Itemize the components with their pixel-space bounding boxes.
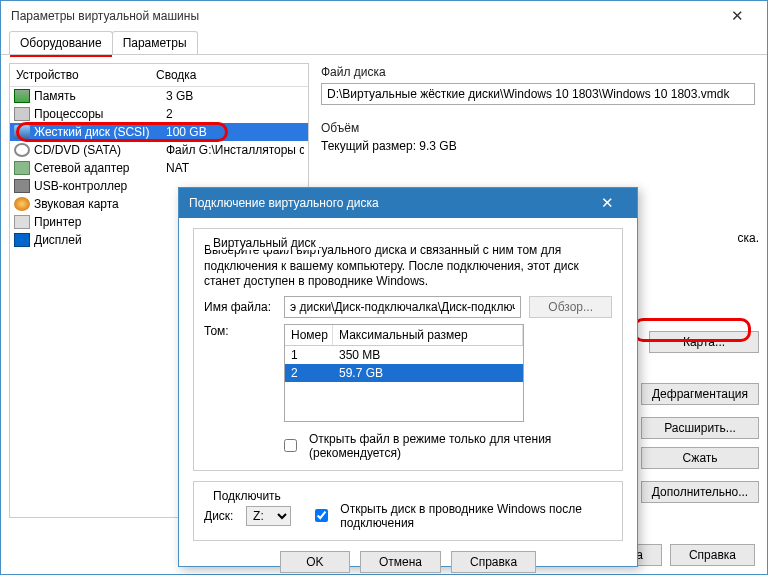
defrag-button[interactable]: Дефрагментация: [641, 383, 759, 405]
tab-options[interactable]: Параметры: [112, 31, 198, 54]
device-icon: [14, 125, 30, 139]
volume-tom-label: Том:: [204, 324, 276, 338]
device-summary: 2: [166, 107, 304, 121]
device-summary: Файл G:\Инсталляторы соф...: [166, 143, 304, 157]
dlg-title: Подключение виртуального диска: [189, 196, 379, 210]
drive-select[interactable]: Z:: [246, 506, 291, 526]
expand-button[interactable]: Расширить...: [641, 417, 759, 439]
main-help-button[interactable]: Справка: [670, 544, 755, 566]
clipped-text-1: ска.: [737, 231, 759, 245]
compact-button[interactable]: Сжать: [641, 447, 759, 469]
device-summary: 100 GB: [166, 125, 304, 139]
volume-row[interactable]: 1350 MB: [285, 346, 523, 364]
vol-number: 2: [285, 365, 333, 381]
device-name: Жесткий диск (SCSI): [34, 125, 166, 139]
device-summary: 3 GB: [166, 89, 304, 103]
col-number: Номер: [285, 325, 333, 345]
file-name-label: Имя файла:: [204, 300, 276, 314]
device-icon: [14, 233, 30, 247]
disk-file-label: Файл диска: [321, 63, 755, 83]
dlg-help-button[interactable]: Справка: [451, 551, 536, 573]
device-name: Сетевой адаптер: [34, 161, 166, 175]
dlg-cancel-button[interactable]: Отмена: [360, 551, 441, 573]
connect-group: Подключить Диск: Z: Открыть диск в прово…: [193, 481, 623, 541]
device-row[interactable]: Жесткий диск (SCSI)100 GB: [10, 123, 308, 141]
device-name: Процессоры: [34, 107, 166, 121]
dlg-ok-button[interactable]: OK: [280, 551, 350, 573]
hardware-header: Устройство Сводка: [10, 64, 308, 87]
col-maxsize: Максимальный размер: [333, 325, 523, 345]
map-disk-dialog: Подключение виртуального диска ✕ Виртуал…: [178, 187, 638, 567]
device-icon: [14, 89, 30, 103]
device-icon: [14, 161, 30, 175]
vd-description: Выберите файл виртуального диска и связа…: [204, 243, 612, 290]
current-size: Текущий размер: 9.3 GB: [321, 139, 755, 153]
vd-group-label: Виртуальный диск: [210, 236, 319, 250]
vol-size: 350 MB: [333, 347, 523, 363]
close-icon[interactable]: ✕: [717, 7, 757, 25]
advanced-button[interactable]: Дополнительно...: [641, 481, 759, 503]
device-name: Память: [34, 89, 166, 103]
file-name-field[interactable]: [284, 296, 521, 318]
device-row[interactable]: Процессоры2: [10, 105, 308, 123]
device-icon: [14, 107, 30, 121]
open-explorer-label: Открыть диск в проводнике Windows после …: [340, 502, 612, 530]
connect-group-label: Подключить: [210, 489, 284, 503]
tabs: Оборудование Параметры: [1, 31, 767, 55]
device-row[interactable]: CD/DVD (SATA)Файл G:\Инсталляторы соф...: [10, 141, 308, 159]
device-icon: [14, 215, 30, 229]
device-name: CD/DVD (SATA): [34, 143, 166, 157]
volume-table[interactable]: Номер Максимальный размер 1350 MB259.7 G…: [284, 324, 524, 422]
device-icon: [14, 179, 30, 193]
readonly-checkbox[interactable]: [284, 439, 297, 452]
dlg-titlebar: Подключение виртуального диска ✕: [179, 188, 637, 218]
vol-number: 1: [285, 347, 333, 363]
volume-row[interactable]: 259.7 GB: [285, 364, 523, 382]
col-summary: Сводка: [150, 64, 308, 86]
main-titlebar: Параметры виртуальной машины ✕: [1, 1, 767, 31]
disk-file-field[interactable]: [321, 83, 755, 105]
map-button[interactable]: Карта...: [649, 331, 759, 353]
device-name: Дисплей: [34, 233, 166, 247]
readonly-label: Открыть файл в режиме только для чтения …: [309, 432, 612, 460]
device-row[interactable]: Сетевой адаптерNAT: [10, 159, 308, 177]
dlg-close-icon[interactable]: ✕: [587, 194, 627, 212]
device-row[interactable]: Память3 GB: [10, 87, 308, 105]
device-icon: [14, 197, 30, 211]
drive-label: Диск:: [204, 509, 238, 523]
device-name: Звуковая карта: [34, 197, 166, 211]
device-summary: NAT: [166, 161, 304, 175]
virtual-disk-group: Виртуальный диск Выберите файл виртуальн…: [193, 228, 623, 471]
main-title: Параметры виртуальной машины: [11, 9, 199, 23]
device-icon: [14, 143, 30, 157]
open-explorer-checkbox[interactable]: [315, 509, 328, 522]
col-device: Устройство: [10, 64, 150, 86]
vol-size: 59.7 GB: [333, 365, 523, 381]
device-name: Принтер: [34, 215, 166, 229]
volume-label: Объём: [321, 119, 755, 139]
browse-button[interactable]: Обзор...: [529, 296, 612, 318]
device-name: USB-контроллер: [34, 179, 166, 193]
tab-hardware[interactable]: Оборудование: [9, 31, 113, 54]
